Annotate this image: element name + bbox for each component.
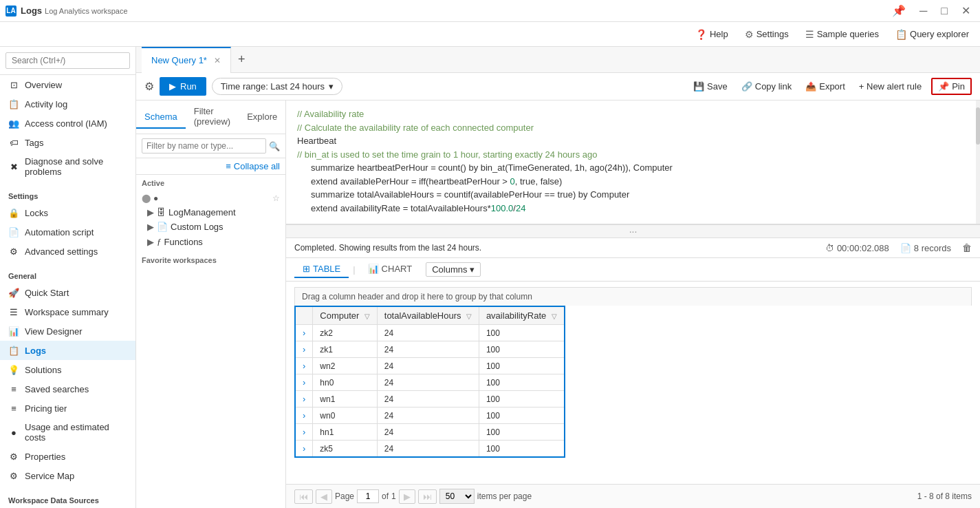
schema-tab-filter[interactable]: Filter (preview) xyxy=(186,100,239,134)
add-tab-btn[interactable]: + xyxy=(231,52,252,67)
sidebar-item-tags[interactable]: 🏷 Tags xyxy=(0,133,135,152)
editor-line-3: Heartbeat xyxy=(297,134,969,148)
items-per-page-label: items per page xyxy=(477,491,532,501)
help-nav-item[interactable]: ❓ Help xyxy=(693,29,731,40)
sidebar-item-diagnose[interactable]: ✖ Diagnose and solve problems xyxy=(0,152,135,181)
maximize-btn[interactable]: □ xyxy=(937,3,952,19)
sidebar-item-solutions-label: Solutions xyxy=(25,365,61,375)
editor-code-area[interactable]: // Availability rate // Calculate the av… xyxy=(286,100,980,224)
sidebar-item-usage-costs[interactable]: ● Usage and estimated costs xyxy=(0,418,135,447)
sidebar-item-overview-label: Overview xyxy=(25,80,62,90)
export-btn[interactable]: 📤 Export xyxy=(801,78,849,94)
row-expand-btn[interactable]: › xyxy=(295,374,313,391)
main-layout: ⊡ Overview 📋 Activity log 👥 Access contr… xyxy=(0,47,980,508)
sidebar-item-pricing-tier[interactable]: ≡ Pricing tier xyxy=(0,399,135,418)
sidebar-item-properties[interactable]: ⚙ Properties xyxy=(0,447,135,466)
records-icon: 📄 xyxy=(900,243,911,253)
schema-item-custom-logs[interactable]: ▶ 📄 Custom Logs xyxy=(136,220,285,234)
row-computer: wn1 xyxy=(313,391,377,408)
schema-item-log-management[interactable]: ▶ 🗄 LogManagement xyxy=(136,205,285,220)
sidebar-item-locks[interactable]: 🔒 Locks xyxy=(0,203,135,222)
table-icon: ⊞ xyxy=(303,264,310,274)
row-expand-btn[interactable]: › xyxy=(295,441,313,458)
expand-functions-icon: ▶ xyxy=(147,237,154,247)
sidebar-search-input[interactable] xyxy=(6,52,130,69)
row-availability-rate: 100 xyxy=(479,341,564,358)
sidebar-item-advanced[interactable]: ⚙ Advanced settings xyxy=(0,242,135,261)
pin-btn[interactable]: 📌 Pin xyxy=(931,78,972,95)
editor-settings-btn[interactable]: ⚙ xyxy=(144,80,154,93)
columns-btn[interactable]: Columns ▾ xyxy=(426,262,481,277)
sidebar-item-overview[interactable]: ⊡ Overview xyxy=(0,75,135,94)
settings-nav-item[interactable]: ⚙ Settings xyxy=(742,29,792,40)
row-total-available: 24 xyxy=(377,325,479,341)
editor-scrollbar[interactable] xyxy=(976,100,980,224)
row-total-available: 24 xyxy=(377,341,479,358)
quickstart-icon: 🚀 xyxy=(8,287,19,298)
sidebar-item-view-designer[interactable]: 📊 View Designer xyxy=(0,321,135,341)
total-available-filter-icon[interactable]: ▽ xyxy=(466,313,472,320)
sidebar-item-quickstart[interactable]: 🚀 Quick Start xyxy=(0,283,135,302)
schema-tab-explore[interactable]: Explore xyxy=(239,106,285,129)
row-expand-btn[interactable]: › xyxy=(295,391,313,408)
columns-chevron-icon: ▾ xyxy=(470,264,475,275)
results-tab-table[interactable]: ⊞ TABLE xyxy=(294,261,349,278)
next-page-btn[interactable]: ▶ xyxy=(399,489,415,504)
prev-page-btn[interactable]: ◀ xyxy=(316,489,332,504)
sidebar-item-workspace-summary[interactable]: ☰ Workspace summary xyxy=(0,302,135,321)
tab-close-btn[interactable]: ✕ xyxy=(214,56,221,65)
row-computer: wn0 xyxy=(313,408,377,424)
first-page-btn[interactable]: ⏮ xyxy=(294,489,313,504)
pin-window-btn[interactable]: 📌 xyxy=(888,3,910,19)
copy-link-btn[interactable]: 🔗 Copy link xyxy=(737,78,796,94)
results-tab-table-label: TABLE xyxy=(313,264,340,274)
automation-icon: 📄 xyxy=(8,226,19,237)
col-header-availability-rate[interactable]: availabilityRate ▽ xyxy=(479,306,564,325)
editor-line-4: // bin_at is used to set the time grain … xyxy=(297,148,969,162)
schema-search-input[interactable] xyxy=(142,138,266,154)
minimize-btn[interactable]: ─ xyxy=(915,3,931,19)
delete-results-btn[interactable]: 🗑 xyxy=(962,242,972,253)
sidebar-search-container xyxy=(0,47,135,75)
usage-costs-icon: ● xyxy=(8,427,19,438)
sidebar-item-automation[interactable]: 📄 Automation script xyxy=(0,222,135,242)
page-size-select[interactable]: 50100200 xyxy=(439,489,475,504)
query-explorer-nav-item[interactable]: 📋 Query explorer xyxy=(893,29,972,40)
results-tab-chart[interactable]: 📊 CHART xyxy=(360,261,421,278)
sidebar-item-service-map[interactable]: ⚙ Service Map xyxy=(0,466,135,485)
sidebar-item-activity-log[interactable]: 📋 Activity log xyxy=(0,94,135,114)
sample-queries-nav-item[interactable]: ☰ Sample queries xyxy=(803,29,882,40)
sidebar-item-logs[interactable]: 📋 Logs xyxy=(0,341,135,360)
copy-link-label: Copy link xyxy=(755,81,792,92)
col-header-computer[interactable]: Computer ▽ xyxy=(313,306,377,325)
sidebar-item-saved-searches[interactable]: ≡ Saved searches xyxy=(0,379,135,399)
schema-item-functions[interactable]: ▶ ƒ Functions xyxy=(136,234,285,249)
expand-log-mgmt-icon: ▶ xyxy=(147,207,154,218)
pin-label: Pin xyxy=(952,81,965,92)
availability-rate-filter-icon[interactable]: ▽ xyxy=(552,313,557,320)
last-page-btn[interactable]: ⏭ xyxy=(418,489,437,504)
page-input[interactable] xyxy=(357,489,379,503)
save-btn[interactable]: 💾 Save xyxy=(689,78,732,94)
tab-new-query-1[interactable]: New Query 1* ✕ xyxy=(142,47,231,73)
new-alert-rule-btn[interactable]: + New alert rule xyxy=(855,78,926,94)
sidebar-item-access-control[interactable]: 👥 Access control (IAM) xyxy=(0,114,135,133)
schema-collapse-all-btn[interactable]: ≡ Collapse all xyxy=(136,158,285,175)
schema-search-container: 🔍 xyxy=(136,134,285,158)
col-header-total-available[interactable]: totalAvailableHours ▽ xyxy=(377,306,479,325)
sidebar-item-properties-label: Properties xyxy=(25,452,65,462)
run-label: Run xyxy=(180,81,197,92)
row-expand-btn[interactable]: › xyxy=(295,325,313,341)
schema-tab-schema[interactable]: Schema xyxy=(136,106,186,129)
time-range-btn[interactable]: Time range: Last 24 hours ▾ xyxy=(212,78,342,95)
results-divider[interactable]: ··· xyxy=(286,224,980,238)
row-expand-btn[interactable]: › xyxy=(295,358,313,374)
run-button[interactable]: ▶ Run xyxy=(160,77,206,96)
row-expand-btn[interactable]: › xyxy=(295,341,313,358)
row-expand-btn[interactable]: › xyxy=(295,424,313,441)
editor-line-8: extend availabilityRate = totalAvailable… xyxy=(297,202,969,215)
close-btn[interactable]: ✕ xyxy=(957,3,974,19)
row-expand-btn[interactable]: › xyxy=(295,408,313,424)
sidebar-item-solutions[interactable]: 💡 Solutions xyxy=(0,360,135,379)
computer-filter-icon[interactable]: ▽ xyxy=(364,313,370,320)
